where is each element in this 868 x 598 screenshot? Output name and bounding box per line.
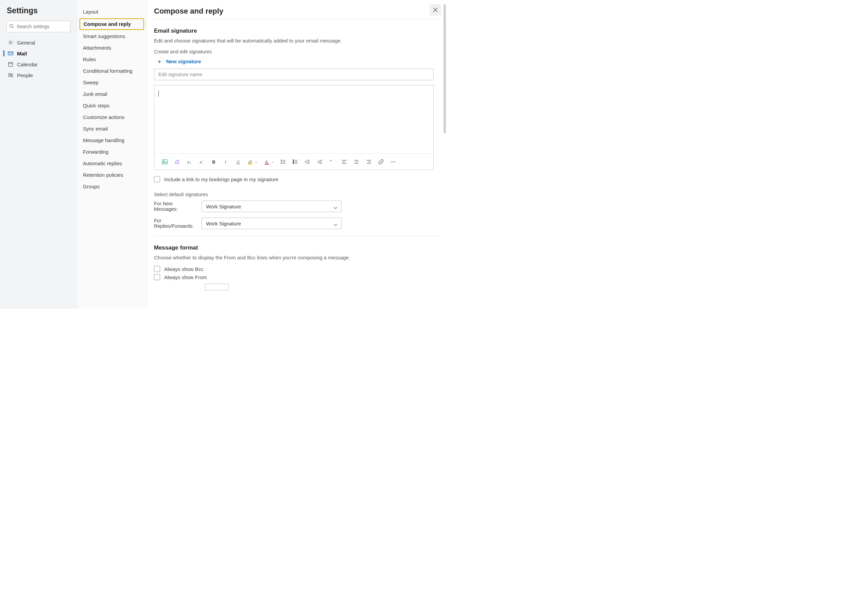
for-new-row: For New Messages: Work Signature: [154, 200, 440, 212]
subnav-item-quick-steps[interactable]: Quick steps: [77, 100, 147, 112]
for-reply-row: For Replies/Forwards: Work Signature: [154, 218, 440, 229]
svg-text:3: 3: [293, 162, 294, 164]
sidebar-category-mail[interactable]: Mail: [3, 48, 74, 59]
section-desc-signature: Edit and choose signatures that will be …: [154, 38, 440, 43]
always-from-checkbox[interactable]: [154, 274, 160, 280]
quote-button[interactable]: ”: [328, 158, 336, 166]
category-label: General: [17, 40, 35, 46]
svg-point-53: [393, 161, 394, 162]
search-input[interactable]: [6, 21, 70, 32]
new-signature-label: New signature: [166, 58, 201, 64]
italic-button[interactable]: I: [222, 158, 230, 166]
svg-rect-3: [9, 63, 13, 67]
category-list: GeneralMailCalendarPeople: [3, 37, 74, 81]
calendar-icon: [7, 61, 13, 67]
for-reply-select[interactable]: Work Signature: [201, 218, 342, 229]
subnav-item-forwarding[interactable]: Forwarding: [77, 146, 147, 158]
always-bcc-row: Always show Bcc: [154, 266, 440, 272]
gear-icon: [7, 39, 13, 46]
close-button[interactable]: [430, 4, 441, 16]
sidebar-category-general[interactable]: General: [3, 37, 74, 48]
svg-point-7: [9, 73, 10, 75]
create-edit-label: Create and edit signatures: [154, 49, 440, 54]
font-family-button[interactable]: AA: [186, 158, 193, 166]
divider: [154, 236, 440, 236]
svg-point-24: [281, 160, 282, 160]
signature-editor-area[interactable]: [154, 85, 433, 153]
svg-text:A: A: [265, 159, 268, 163]
subnav-item-groups[interactable]: Groups: [77, 181, 147, 193]
subnav-item-customize-actions[interactable]: Customize actions: [77, 112, 147, 123]
subnav-item-junk-email[interactable]: Junk email: [77, 88, 147, 100]
chevron-down-icon: ⌄: [255, 160, 258, 163]
svg-text:I: I: [224, 160, 226, 164]
svg-line-1: [13, 27, 14, 28]
align-center-button[interactable]: [353, 158, 360, 166]
svg-point-8: [11, 74, 13, 75]
svg-rect-11: [163, 160, 167, 164]
subnav-item-retention-policies[interactable]: Retention policies: [77, 169, 147, 181]
editor-toolbar: AAA◇BIU⌄A⌄123”: [154, 153, 433, 170]
section-desc-format: Choose whether to display the From and B…: [154, 255, 440, 260]
for-reply-label: For Replies/Forwards:: [154, 218, 197, 229]
more-options-button[interactable]: [389, 158, 397, 166]
subnav-list: LayoutCompose and replySmart suggestions…: [77, 6, 147, 193]
underline-button[interactable]: U: [234, 158, 242, 166]
align-right-button[interactable]: [365, 158, 373, 166]
subnav-item-sweep[interactable]: Sweep: [77, 77, 147, 88]
page-title: Compose and reply: [154, 7, 440, 16]
always-bcc-checkbox[interactable]: [154, 266, 160, 272]
bookings-checkbox[interactable]: [154, 176, 160, 182]
section-heading-format: Message format: [154, 244, 440, 251]
sidebar-category-calendar[interactable]: Calendar: [3, 59, 74, 70]
subnav-item-sync-email[interactable]: Sync email: [77, 123, 147, 135]
bookings-checkbox-row: Include a link to my bookings page in my…: [154, 176, 440, 182]
svg-text:”: ”: [330, 159, 332, 164]
bold-button[interactable]: B: [210, 158, 218, 166]
font-size-button[interactable]: A◇: [198, 158, 205, 166]
highlight-color-button[interactable]: ⌄: [247, 158, 258, 166]
svg-point-26: [281, 163, 282, 163]
insert-link-button[interactable]: [377, 158, 385, 166]
subnav-item-message-handling[interactable]: Message handling: [77, 135, 147, 146]
main-panel[interactable]: Compose and reply Email signature Edit a…: [147, 0, 447, 309]
for-new-select[interactable]: Work Signature: [201, 200, 342, 212]
subnav-item-layout[interactable]: Layout: [77, 6, 147, 18]
increase-indent-button[interactable]: [316, 158, 324, 166]
numbered-list-button[interactable]: 123: [292, 158, 299, 166]
paint-format-button[interactable]: [173, 158, 181, 166]
new-signature-button[interactable]: ＋ New signature: [156, 58, 201, 64]
bulleted-list-button[interactable]: [279, 158, 287, 166]
subnav-item-smart-suggestions[interactable]: Smart suggestions: [77, 31, 147, 42]
partial-control[interactable]: [205, 284, 229, 290]
select-default-heading: Select default signatures: [154, 192, 440, 197]
subnav-item-rules[interactable]: Rules: [77, 54, 147, 65]
subnav-item-compose-and-reply[interactable]: Compose and reply: [79, 18, 144, 30]
subnav-item-automatic-replies[interactable]: Automatic replies: [77, 158, 147, 169]
chevron-down-icon: ⌄: [271, 160, 274, 163]
text-cursor: [158, 90, 159, 97]
svg-text:U: U: [237, 159, 240, 163]
align-left-button[interactable]: [340, 158, 348, 166]
svg-rect-21: [248, 163, 253, 164]
section-heading-signature: Email signature: [154, 27, 440, 34]
sidebar-categories: Settings GeneralMailCalendarPeople: [0, 0, 77, 309]
always-from-label: Always show From: [164, 274, 207, 280]
decrease-indent-button[interactable]: [304, 158, 311, 166]
svg-text:B: B: [212, 160, 215, 164]
category-label: People: [17, 72, 33, 78]
subnav-item-attachments[interactable]: Attachments: [77, 42, 147, 54]
plus-icon: ＋: [156, 58, 163, 64]
search-icon: [9, 24, 14, 28]
svg-point-25: [281, 161, 282, 162]
font-color-button[interactable]: A⌄: [263, 158, 274, 166]
scrollbar[interactable]: [443, 4, 446, 133]
subnav-item-conditional-format[interactable]: Conditional formatting: [77, 65, 147, 77]
svg-rect-23: [265, 163, 269, 164]
svg-text:A: A: [200, 160, 202, 164]
insert-image-button[interactable]: [161, 158, 169, 166]
settings-title: Settings: [7, 6, 74, 15]
signature-name-input[interactable]: [154, 69, 434, 80]
sidebar-category-people[interactable]: People: [3, 70, 74, 81]
bookings-checkbox-label: Include a link to my bookings page in my…: [164, 176, 278, 182]
